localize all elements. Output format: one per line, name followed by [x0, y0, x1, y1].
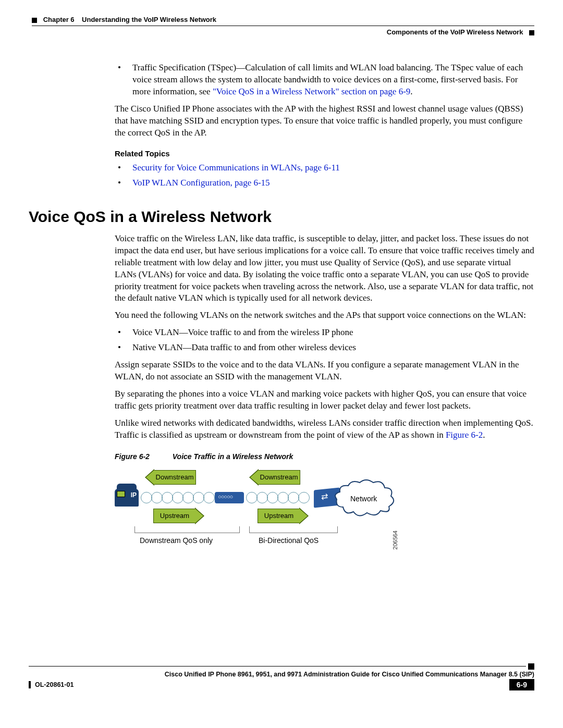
arrow-label: Downstream — [156, 473, 194, 482]
figure-number: Figure 6-2 — [115, 452, 150, 461]
list-item: • Security for Voice Communications in W… — [115, 162, 534, 174]
figure-diagram: Downstream Downstream Upstream Upstream … — [115, 468, 396, 554]
list-item: • VoIP WLAN Configuration, page 6-15 — [115, 177, 534, 189]
arrow-label: Upstream — [264, 511, 293, 521]
chapter-title: Understanding the VoIP Wireless Network — [82, 16, 216, 23]
wireless-wave-icon — [141, 491, 214, 504]
list-item: • Native VLAN—Data traffic to and from o… — [115, 342, 534, 354]
paragraph: Voice traffic on the Wireless LAN, like … — [115, 233, 534, 305]
xref-link[interactable]: "Voice QoS in a Wireless Network" sectio… — [213, 87, 410, 96]
paragraph: The Cisco Unified IP Phone associates wi… — [115, 103, 534, 139]
figure-id: 206564 — [391, 530, 399, 550]
bullet-trail: . — [410, 87, 412, 96]
page-header: Chapter 6 Understanding the VoIP Wireles… — [29, 16, 534, 36]
arrow-label: Upstream — [160, 511, 189, 521]
bracket-label: Downstream QoS only — [140, 536, 213, 546]
figure-xref-link[interactable]: Figure 6-2 — [446, 430, 483, 440]
bracket-icon — [249, 526, 338, 533]
arrow-label: Downstream — [260, 473, 298, 482]
footer-guide-title: Cisco Unified IP Phone 8961, 9951, and 9… — [29, 671, 534, 678]
figure-caption: Figure 6-2 Voice Traffic in a Wireless N… — [115, 452, 534, 462]
bullet-text: Native VLAN—Data traffic to and from oth… — [132, 342, 534, 354]
bracket-icon — [134, 526, 240, 533]
related-topic-link[interactable]: VoIP WLAN Configuration, page 6-15 — [132, 178, 270, 188]
wireless-wave-icon — [246, 491, 313, 504]
bullet-text: Voice VLAN—Voice traffic to and from the… — [132, 327, 534, 339]
section-title: Components of the VoIP Wireless Network — [387, 28, 523, 36]
header-marker-icon — [529, 30, 534, 35]
related-topic-link[interactable]: Security for Voice Communications in WLA… — [132, 163, 340, 172]
page-number: 6-9 — [509, 679, 534, 690]
list-item: • Traffic Specification (TSpec)—Calculat… — [115, 62, 534, 98]
paragraph: By separating the phones into a voice VL… — [115, 388, 534, 412]
paragraph: Assign separate SSIDs to the voice and t… — [115, 359, 534, 383]
paragraph: Unlike wired networks with dedicated ban… — [115, 417, 534, 441]
access-point-icon — [215, 492, 244, 503]
chapter-label: Chapter 6 — [43, 16, 75, 23]
cloud-label: Network — [350, 494, 377, 504]
related-topics-heading: Related Topics — [115, 149, 534, 159]
list-item: • Voice VLAN—Voice traffic to and from t… — [115, 327, 534, 339]
network-cloud-icon: Network — [333, 478, 395, 518]
footer-doc-id: OL-20861-01 — [29, 681, 74, 688]
figure-title: Voice Traffic in a Wireless Network — [173, 452, 293, 461]
header-marker-icon — [32, 18, 37, 23]
footer-marker-icon — [528, 663, 534, 670]
page-footer: Cisco Unified IP Phone 8961, 9951, and 9… — [29, 663, 534, 690]
paragraph: You need the following VLANs on the netw… — [115, 310, 534, 322]
bracket-label: Bi-Directional QoS — [259, 536, 319, 546]
ip-phone-icon: IP — [115, 489, 139, 507]
section-heading: Voice QoS in a Wireless Network — [29, 208, 534, 226]
